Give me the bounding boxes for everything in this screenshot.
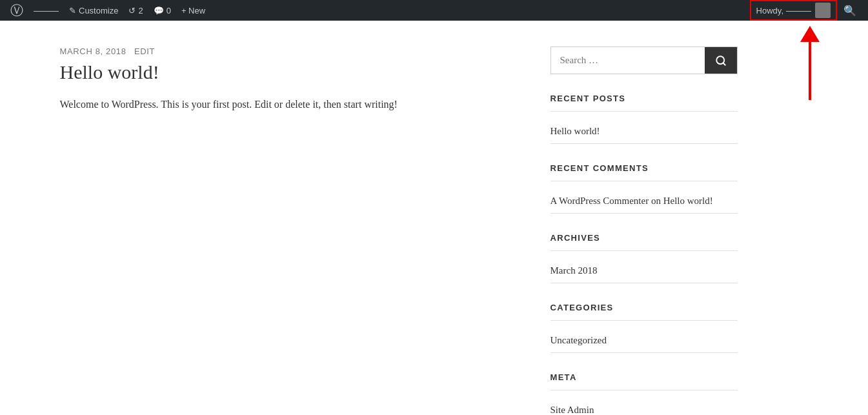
categories-widget: CATEGORIES Uncategorized [550,303,738,353]
comment-icon: 💬 [154,6,164,15]
list-item: March 2018 [550,259,738,283]
search-button[interactable] [705,47,737,74]
list-item: A WordPress Commenter on Hello world! [550,189,738,214]
new-button[interactable]: + New [176,0,210,21]
revisions-button[interactable]: ↺ 2 [123,0,148,21]
main-content: MARCH 8, 2018 EDIT Hello world! Welcome … [60,46,512,415]
post-article: MARCH 8, 2018 EDIT Hello world! Welcome … [60,46,512,113]
search-widget [550,46,738,74]
list-item: Hello world! [550,119,738,144]
post-meta: MARCH 8, 2018 EDIT [60,46,512,56]
recent-comments-list: A WordPress Commenter on Hello world! [550,189,738,214]
howdy-menu[interactable]: Howdy, ——— [750,0,837,21]
sidebar: RECENT POSTS Hello world! RECENT COMMENT… [550,46,738,415]
page-wrapper: MARCH 8, 2018 EDIT Hello world! Welcome … [47,21,822,415]
post-content: Welcome to WordPress. This is your first… [60,96,512,113]
wp-logo[interactable]: Ⓥ [5,2,28,19]
recent-posts-widget: RECENT POSTS Hello world! [550,94,738,144]
search-input[interactable] [551,47,705,74]
comment-on-text: on [651,196,661,206]
admin-search-icon[interactable]: 🔍 [837,0,863,21]
archives-widget: ARCHIVES March 2018 [550,233,738,283]
site-admin-link[interactable]: Site Admin [550,405,594,415]
list-item: Site Admin [550,398,738,415]
svg-line-3 [723,63,725,65]
recent-posts-list: Hello world! [550,119,738,144]
recent-posts-title: RECENT POSTS [550,94,738,112]
recent-comments-widget: RECENT COMMENTS A WordPress Commenter on… [550,163,738,214]
customize-icon: ✎ [69,6,76,15]
archives-list: March 2018 [550,259,738,283]
recent-post-link[interactable]: Hello world! [550,126,600,136]
category-link[interactable]: Uncategorized [550,335,607,345]
customize-button[interactable]: ✎ Customize [64,0,123,21]
user-avatar [815,3,831,18]
comments-button[interactable]: 💬 0 [148,0,176,21]
meta-widget: META Site Admin Log out [550,372,738,415]
commenter-link[interactable]: A WordPress Commenter [550,196,649,206]
admin-bar: Ⓥ ——— ✎ Customize ↺ 2 💬 0 + New Howdy, —… [0,0,868,21]
meta-title: META [550,372,738,390]
recent-comments-title: RECENT COMMENTS [550,163,738,181]
edit-link[interactable]: EDIT [134,46,155,56]
meta-list: Site Admin Log out [550,398,738,415]
categories-list: Uncategorized [550,329,738,353]
post-title: Hello world! [60,61,512,83]
categories-title: CATEGORIES [550,303,738,321]
archive-link[interactable]: March 2018 [550,265,598,276]
list-item: Uncategorized [550,329,738,353]
post-date: MARCH 8, 2018 [60,46,126,56]
site-name[interactable]: ——— [28,0,64,21]
revisions-icon: ↺ [128,6,136,15]
archives-title: ARCHIVES [550,233,738,251]
commented-post-link[interactable]: Hello world! [663,196,713,206]
